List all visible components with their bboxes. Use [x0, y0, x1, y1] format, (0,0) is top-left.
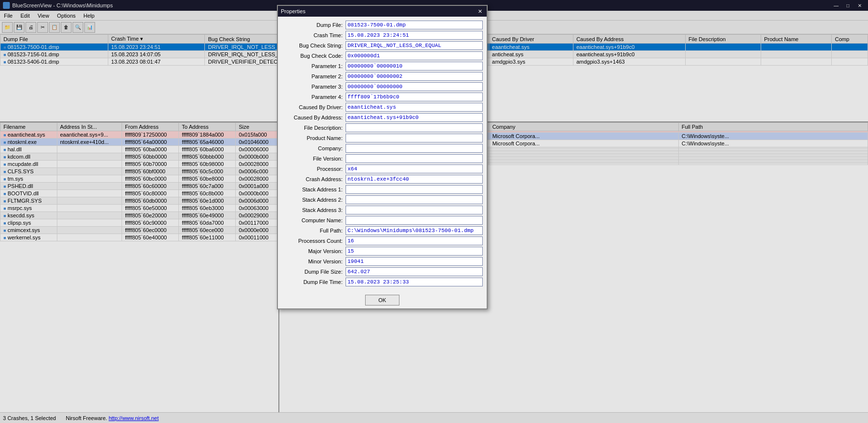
dialog-field-label: Parameter 2:	[282, 73, 346, 79]
dialog-field-value	[346, 206, 483, 214]
dialog-field-row: Dump File Time:15.08.2023 23:25:33	[282, 278, 483, 286]
dialog-field-row: Bug Check Code:0x000000d1	[282, 51, 483, 60]
dialog-field-label: Caused By Driver:	[282, 104, 346, 110]
dialog-field-label: Parameter 1:	[282, 63, 346, 69]
dialog-field-row: Caused By Driver:eaanticheat.sys	[282, 103, 483, 112]
dialog-field-value	[346, 123, 483, 132]
dialog-field-value: 00000000`00000002	[346, 72, 483, 81]
dialog-field-row: Computer Name:	[282, 216, 483, 225]
dialog-field-row: Stack Address 3:	[282, 206, 483, 214]
dialog-field-value: ffff809`17b6b9c0	[346, 93, 483, 101]
dialog-field-value: eaanticheat.sys	[346, 103, 483, 112]
dialog-field-row: Company:	[282, 144, 483, 153]
dialog-field-row: Caused By Address:eaanticheat.sys+91b9c0	[282, 113, 483, 122]
dialog-field-row: Dump File Size:642.027	[282, 267, 483, 276]
dialog-field-value: 15.08.2023 23:24:51	[346, 31, 483, 40]
ok-button[interactable]: OK	[365, 295, 399, 306]
dialog-field-row: Full Path:C:\Windows\Minidumps\081523-75…	[282, 226, 483, 235]
dialog-field-label: Bug Check String:	[282, 43, 346, 48]
dialog-field-label: Product Name:	[282, 135, 346, 141]
dialog-field-label: Dump File Time:	[282, 279, 346, 285]
dialog-field-value: 15	[346, 247, 483, 256]
properties-dialog: Properties ✕ Dump File:081523-7500-01.dm…	[277, 5, 488, 309]
dialog-field-value	[346, 195, 483, 204]
dialog-field-label: Parameter 3:	[282, 84, 346, 90]
dialog-field-row: Major Version:15	[282, 247, 483, 256]
dialog-field-value	[346, 216, 483, 225]
dialog-titlebar: Properties ✕	[278, 6, 487, 17]
dialog-field-value: DRIVER_IRQL_NOT_LESS_OR_EQUAL	[346, 41, 483, 50]
dialog-field-row: Product Name:	[282, 134, 483, 142]
dialog-field-label: Caused By Address:	[282, 115, 346, 120]
dialog-content: Dump File:081523-7500-01.dmpCrash Time:1…	[278, 17, 487, 292]
dialog-field-value: 16	[346, 236, 483, 245]
dialog-field-label: Major Version:	[282, 248, 346, 254]
dialog-field-value: 19041	[346, 257, 483, 266]
dialog-field-label: Stack Address 2:	[282, 197, 346, 203]
dialog-field-row: Stack Address 2:	[282, 195, 483, 204]
dialog-field-row: Parameter 1:00000000`00000010	[282, 62, 483, 70]
dialog-field-value: 642.027	[346, 267, 483, 276]
dialog-field-row: Parameter 4:ffff809`17b6b9c0	[282, 93, 483, 101]
dialog-field-row: Parameter 2:00000000`00000002	[282, 72, 483, 81]
dialog-field-value: ntoskrnl.exe+3fcc40	[346, 175, 483, 184]
dialog-field-value: 00000000`00000010	[346, 62, 483, 70]
dialog-field-label: Crash Time:	[282, 32, 346, 38]
dialog-field-label: Full Path:	[282, 228, 346, 234]
dialog-field-label: Processors Count:	[282, 238, 346, 244]
dialog-field-label: Minor Version:	[282, 258, 346, 264]
dialog-field-value	[346, 144, 483, 153]
dialog-field-row: Crash Address:ntoskrnl.exe+3fcc40	[282, 175, 483, 184]
dialog-field-value: 0x000000d1	[346, 51, 483, 60]
dialog-field-row: File Description:	[282, 123, 483, 132]
dialog-field-row: Dump File:081523-7500-01.dmp	[282, 21, 483, 29]
dialog-field-value: 15.08.2023 23:25:33	[346, 278, 483, 286]
dialog-field-label: Company:	[282, 145, 346, 151]
dialog-field-value	[346, 154, 483, 163]
dialog-close-button[interactable]: ✕	[476, 8, 484, 15]
dialog-field-label: File Version:	[282, 156, 346, 162]
dialog-field-value: 00000000`00000000	[346, 82, 483, 91]
dialog-field-value	[346, 134, 483, 142]
dialog-field-value: 081523-7500-01.dmp	[346, 21, 483, 29]
dialog-field-row: Minor Version:19041	[282, 257, 483, 266]
dialog-field-label: Dump File Size:	[282, 269, 346, 275]
dialog-field-label: Crash Address:	[282, 176, 346, 182]
dialog-field-row: Stack Address 1:	[282, 185, 483, 194]
dialog-field-label: Bug Check Code:	[282, 53, 346, 59]
dialog-field-label: Processor:	[282, 166, 346, 172]
dialog-field-label: Parameter 4:	[282, 94, 346, 100]
dialog-field-label: File Description:	[282, 125, 346, 131]
dialog-field-value: eaanticheat.sys+91b9c0	[346, 113, 483, 122]
dialog-field-label: Dump File:	[282, 22, 346, 28]
dialog-field-row: Bug Check String:DRIVER_IRQL_NOT_LESS_OR…	[282, 41, 483, 50]
dialog-footer: OK	[278, 292, 487, 308]
dialog-field-value: C:\Windows\Minidumps\081523-7500-01.dmp	[346, 226, 483, 235]
dialog-field-row: Crash Time:15.08.2023 23:24:51	[282, 31, 483, 40]
dialog-field-label: Stack Address 1:	[282, 187, 346, 192]
dialog-field-row: File Version:	[282, 154, 483, 163]
dialog-field-value: x64	[346, 164, 483, 173]
dialog-field-value	[346, 185, 483, 194]
dialog-field-row: Processors Count:16	[282, 236, 483, 245]
dialog-field-row: Parameter 3:00000000`00000000	[282, 82, 483, 91]
dialog-title: Properties	[281, 8, 476, 14]
dialog-field-row: Processor:x64	[282, 164, 483, 173]
dialog-field-label: Computer Name:	[282, 217, 346, 223]
dialog-field-label: Stack Address 3:	[282, 207, 346, 213]
